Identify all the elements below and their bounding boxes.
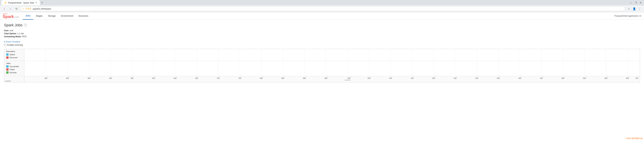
nav-storage[interactable]: Storage <box>45 12 58 20</box>
tick-label: 050 <box>368 78 370 79</box>
vgrid <box>110 61 111 76</box>
tab-title: PySparkShell - Spark Jobs <box>8 2 34 4</box>
minimize-button[interactable]: — <box>629 1 633 5</box>
bookmark-button[interactable]: ☆ <box>626 6 631 11</box>
tick-mark: 350 <box>498 76 501 79</box>
legend-added: Added <box>6 54 22 56</box>
tick-label: 600 <box>604 78 608 79</box>
vgrid <box>390 49 391 61</box>
vgrid <box>390 61 391 76</box>
tick-label: 850 <box>282 78 284 79</box>
spark-label: Spark <box>3 14 14 19</box>
enable-zooming-checkbox[interactable] <box>4 44 6 46</box>
vgrid <box>348 49 348 61</box>
tick-label: 500 <box>562 78 564 79</box>
executors-title: Executors <box>6 50 22 52</box>
tick-line <box>370 76 370 77</box>
enable-zooming-row: Enable zooming <box>4 44 640 46</box>
tick-label: 350 <box>497 78 500 79</box>
tick-mark: 450 <box>110 76 113 79</box>
close-button[interactable]: ✕ <box>639 1 643 5</box>
vgrid <box>110 49 111 61</box>
jobs-row: Jobs Succeeded Failed Running <box>4 61 640 76</box>
event-timeline-link[interactable]: ▾ Event Timeline <box>4 40 20 43</box>
event-timeline-label: Event Timeline <box>6 40 20 43</box>
tick-mark: 350 <box>68 76 70 79</box>
tick-line <box>500 76 500 77</box>
tab-bar: ⚡ PySparkShell - Spark Jobs × + — ❐ ✕ <box>0 0 644 5</box>
tick-mark: 300 <box>46 76 49 79</box>
vgrid <box>261 49 262 61</box>
timeline-chart-container: Executors Added Removed <box>4 49 640 82</box>
tick-label: 250 <box>454 78 457 79</box>
tick-label: 100 <box>389 78 392 79</box>
tick-mark: 150 <box>412 76 415 79</box>
nav-stages[interactable]: Stages <box>33 12 45 20</box>
window-controls: — ❐ ✕ <box>629 1 643 5</box>
tick-mark: 300 <box>477 76 480 79</box>
enable-zooming-label: Enable zooming <box>7 44 23 46</box>
tick-label: 550 <box>152 78 155 79</box>
csdn-watermark: CSDN @学累假小鱼 <box>626 137 643 140</box>
menu-button[interactable]: ⋮ <box>637 6 642 11</box>
user-label: User: <box>4 29 9 32</box>
url-text: spark01:4040/jobs/ <box>33 8 51 10</box>
axis-row: 14:26:03 3003504004505005506006507007508… <box>4 76 640 82</box>
active-tab[interactable]: ⚡ PySparkShell - Spark Jobs × <box>1 0 40 5</box>
forward-button[interactable]: › <box>8 6 13 11</box>
tick-mark: 100 <box>390 76 394 79</box>
tick-mark: 400 <box>520 76 522 79</box>
removed-label: Removed <box>10 56 18 58</box>
tick-mark: 700 <box>637 76 640 79</box>
tab-close-button[interactable]: × <box>36 1 37 4</box>
help-icon[interactable]: ? <box>24 24 27 27</box>
added-label: Added <box>10 54 15 56</box>
back-button[interactable]: ‹ <box>2 6 7 11</box>
nav-executors[interactable]: Executors <box>76 12 91 20</box>
tick-mark: 500 <box>132 76 135 79</box>
tick-label: 350 <box>66 78 69 79</box>
vgrid <box>563 61 563 76</box>
tick-label: 700 <box>635 78 638 79</box>
vgrid <box>154 49 154 61</box>
tick-mark: 600 <box>175 76 178 79</box>
nav-environment[interactable]: Environment <box>58 12 76 20</box>
spark-nav: Apache Spark 3.4.0 Jobs Stages Storage E… <box>0 12 644 20</box>
tick-label: 400 <box>518 78 521 79</box>
tick-label: 150 <box>411 78 414 79</box>
tick-label: 000 <box>348 78 350 79</box>
uptime-label: Total Uptime: <box>4 32 17 35</box>
vgrid <box>584 61 585 76</box>
maximize-button[interactable]: ❐ <box>634 1 638 5</box>
reload-button[interactable]: ↻ <box>14 6 19 11</box>
tick-line <box>435 76 435 77</box>
removed-color <box>6 56 8 59</box>
new-tab-button[interactable]: + <box>40 1 44 5</box>
tick-label: 450 <box>540 78 543 79</box>
nav-links: Jobs Stages Storage Environment Executor… <box>23 12 91 20</box>
tick-mark: 750 <box>240 76 243 79</box>
security-label: 不安全 <box>25 8 31 10</box>
tick-label: 300 <box>475 78 478 79</box>
profile-button[interactable]: 👤 <box>632 6 636 11</box>
vgrid <box>261 61 262 76</box>
tick-line <box>521 76 521 77</box>
failed-label: Failed <box>10 68 14 70</box>
vgrid <box>132 49 132 61</box>
tick-label: 500 <box>131 78 134 79</box>
vgrid <box>520 61 520 76</box>
jobs-label-col: Jobs Succeeded Failed Running <box>4 61 24 76</box>
axis-label-col: 14:26:03 <box>4 76 24 82</box>
vgrid <box>132 61 132 76</box>
tick-mark: 650 <box>197 76 200 79</box>
vgrid <box>326 49 326 61</box>
vgrid <box>369 49 369 61</box>
url-bar[interactable]: ⚠ 不安全 spark01:4040/jobs/ <box>20 6 625 11</box>
tick-line <box>478 76 478 77</box>
tab-favicon: ⚡ <box>4 1 7 4</box>
page-title-text: Spark Jobs <box>4 23 22 27</box>
vgrid <box>628 61 628 76</box>
nav-jobs[interactable]: Jobs <box>23 12 33 20</box>
tick-line <box>456 76 457 77</box>
vgrid <box>283 61 283 76</box>
